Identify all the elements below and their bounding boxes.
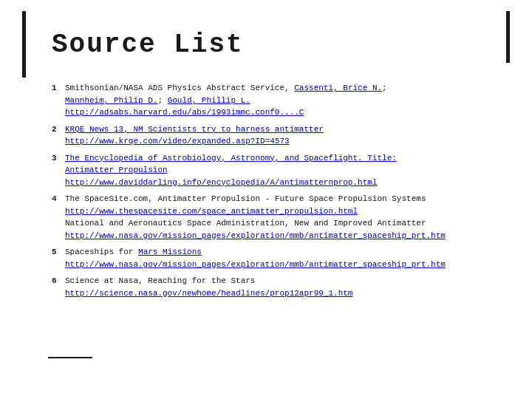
source-text: The SpaceSite.com, Antimatter Propulsion… <box>65 193 495 205</box>
source-link[interactable]: The Encyclopedia of Astrobiology, Astron… <box>65 152 495 165</box>
list-item: 6 Science at Nasa, Reaching for the Star… <box>52 275 495 299</box>
list-item: 3 The Encyclopedia of Astrobiology, Astr… <box>52 152 495 189</box>
list-item: 4 The SpaceSite.com, Antimatter Propulsi… <box>52 193 495 242</box>
source-url[interactable]: http://www.nasa.gov/mission_pages/explor… <box>65 230 495 242</box>
source-content: Smithsonian/NASA ADS Physics Abstract Se… <box>65 82 495 119</box>
source-link[interactable]: Antimatter Propulsion <box>65 164 495 177</box>
bottom-divider <box>48 357 92 358</box>
list-item: 2 KRQE News 13, NM Scientists try to har… <box>52 123 495 148</box>
slide: Source List 1 Smithsonian/NASA ADS Physi… <box>0 0 532 399</box>
source-number: 1 <box>52 82 65 95</box>
source-content: KRQE News 13, NM Scientists try to harne… <box>65 123 495 148</box>
source-link[interactable]: Cassenti, Brice N. <box>294 83 382 92</box>
left-border-accent <box>22 11 26 78</box>
source-text: Smithsonian/NASA ADS Physics Abstract Se… <box>65 82 495 95</box>
source-url[interactable]: http://www.daviddarling.info/encyclopedi… <box>65 177 495 189</box>
source-text: Science at Nasa, Reaching for the Stars <box>65 275 495 287</box>
source-number: 4 <box>52 193 65 205</box>
source-text: Spaceships for Mars Missions <box>65 246 495 259</box>
page-title: Source List <box>52 30 495 60</box>
source-link[interactable]: Mars Missions <box>138 248 202 256</box>
corner-accent <box>506 11 510 63</box>
source-url[interactable]: http://science.nasa.gov/newhome/headline… <box>65 287 495 300</box>
source-url[interactable]: http://adsabs.harvard.edu/abs/1993immc.c… <box>65 106 495 119</box>
list-item: 1 Smithsonian/NASA ADS Physics Abstract … <box>52 82 495 119</box>
source-url[interactable]: http://www.krqe.com/video/expanded.asp?I… <box>65 135 495 148</box>
list-item: 5 Spaceships for Mars Missions http://ww… <box>52 246 495 270</box>
source-text: Mannheim, Philip D.; Gould, Phillip L. <box>65 95 495 107</box>
source-url[interactable]: http://www.thespacesite.com/space_antima… <box>65 205 495 218</box>
source-text: National and Aeronautics Space Administr… <box>65 217 495 230</box>
source-link[interactable]: Mannheim, Philip D. <box>65 96 157 105</box>
source-number: 5 <box>52 246 65 259</box>
source-content: The Encyclopedia of Astrobiology, Astron… <box>65 152 495 189</box>
sources-list: 1 Smithsonian/NASA ADS Physics Abstract … <box>52 82 495 299</box>
source-url[interactable]: http://www.nasa.gov/mission_pages/explor… <box>65 259 495 271</box>
source-content: Science at Nasa, Reaching for the Stars … <box>65 275 495 299</box>
source-number: 3 <box>52 152 65 165</box>
source-link[interactable]: Gould, Phillip L. <box>168 96 250 105</box>
source-number: 2 <box>52 123 65 136</box>
source-content: Spaceships for Mars Missions http://www.… <box>65 246 495 270</box>
source-number: 6 <box>52 275 65 287</box>
source-link[interactable]: KRQE News 13, NM Scientists try to harne… <box>65 123 495 136</box>
source-content: The SpaceSite.com, Antimatter Propulsion… <box>65 193 495 242</box>
